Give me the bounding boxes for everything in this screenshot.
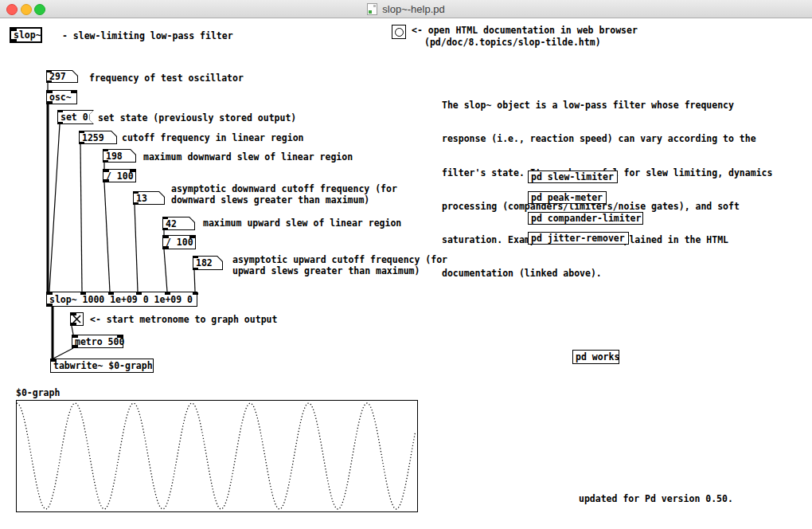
comment-tagline: - slew-limiting low-pass filter xyxy=(62,30,233,41)
subpatch-box-works[interactable]: pd works xyxy=(572,350,619,364)
inlet-nub xyxy=(193,292,198,295)
outlet-nub xyxy=(46,80,52,83)
inlet-nub xyxy=(103,149,108,151)
inlet-nub xyxy=(165,292,170,295)
description-line: The slop~ object is a low-pass filter wh… xyxy=(442,100,772,111)
inlet-nub xyxy=(51,359,57,362)
number-box-asym-upward-cutoff[interactable]: 182 xyxy=(193,256,223,270)
inlet-nub xyxy=(46,70,52,72)
comment-set-state: set state (previously stored output) xyxy=(98,112,296,123)
inlet-nub xyxy=(71,313,76,315)
inlet-nub xyxy=(103,170,109,172)
comment-asym-upward-line2: upward slews greater than maximum) xyxy=(232,265,420,276)
patch-cord xyxy=(164,249,167,292)
patch-cord xyxy=(135,205,138,292)
object-box-slop-main: slop~ xyxy=(10,27,42,43)
object-box-metro: metro 500 xyxy=(72,335,123,348)
outlet-nub xyxy=(11,39,17,41)
inlet-nub xyxy=(162,217,168,219)
comment-version-footer: updated for Pd version 0.50. xyxy=(579,493,733,504)
inlet-nub xyxy=(80,292,86,295)
subpatch-box-peak-meter[interactable]: pd peak-meter xyxy=(528,191,607,204)
description-line: processing (companders/limiters/noise ga… xyxy=(442,201,772,212)
number-box-max-downward-slew[interactable]: 198 xyxy=(103,149,136,163)
patch-cord xyxy=(72,326,73,335)
object-box-divide-100-b: / 100 xyxy=(162,235,196,249)
patch-cord xyxy=(194,270,195,292)
number-box-cutoff-freq[interactable]: 1259 xyxy=(79,131,117,144)
patch-cord xyxy=(104,182,110,292)
description-line: documentation (linked above). xyxy=(442,268,772,279)
number-box-max-upward-slew[interactable]: 42 xyxy=(162,217,195,230)
patch-cord xyxy=(53,348,73,359)
message-box-set-state[interactable]: set 0 xyxy=(57,110,94,124)
comment-cutoff-freq: cutoff frequency in linear region xyxy=(122,132,303,143)
comment-asym-downward-line2: downward slews greater than maximum) xyxy=(171,194,369,206)
inlet-nub xyxy=(130,170,135,172)
inlet-nub xyxy=(71,91,76,93)
subpatch-box-compander-limiter[interactable]: pd compander-limiter xyxy=(528,212,643,225)
object-box-divide-100-a: / 100 xyxy=(103,169,136,182)
comment-start-metronome: <- start metronome to graph output xyxy=(90,314,277,325)
inlet-nub xyxy=(11,29,17,31)
comment-oscillator-freq: frequency of test oscillator xyxy=(89,72,244,84)
inlet-nub xyxy=(193,256,198,258)
inlet-nub xyxy=(108,292,114,295)
patch-cord xyxy=(80,144,82,292)
number-box-max-downward-slew-value[interactable]: 198 xyxy=(103,150,135,162)
toggle-start-metronome[interactable] xyxy=(70,312,84,326)
outlet-nub xyxy=(79,142,84,144)
outlet-nub xyxy=(57,122,63,124)
description-line: response (i.e., reaction speed) can vary… xyxy=(442,133,772,144)
bang-circle-icon xyxy=(395,28,404,37)
outlet-nub xyxy=(103,160,108,163)
window-title: slop~-help.pd xyxy=(382,3,444,15)
outlet-nub xyxy=(103,179,109,182)
subpatch-box-jitter-remover[interactable]: pd jitter-remover xyxy=(528,232,629,245)
comment-asym-downward-line1: asymptotic downward cutoff frequency (fo… xyxy=(171,183,397,194)
inlet-nub xyxy=(57,110,63,112)
comment-max-upward-slew: maximum upward slew of linear region xyxy=(203,217,401,229)
message-box-set-state-label[interactable]: set 0 xyxy=(58,111,93,123)
number-box-asym-downward-cutoff[interactable]: 13 xyxy=(133,191,165,205)
outlet-nub xyxy=(71,323,76,325)
graph-canvas xyxy=(16,400,418,512)
comment-asym-upward-line1: asymptotic upward cutoff frequency (for xyxy=(232,254,447,265)
object-box-tabwrite: tabwrite~ $0-graph xyxy=(50,359,154,373)
subpatch-box-slew-limiter[interactable]: pd slew-limiter xyxy=(528,170,618,183)
inlet-nub xyxy=(136,292,142,295)
inlet-nub xyxy=(47,91,53,93)
outlet-nub xyxy=(72,345,78,347)
inlet-nub xyxy=(163,236,169,238)
bang-button-open-doc[interactable] xyxy=(392,25,406,39)
outlet-nub xyxy=(163,246,169,249)
outlet-nub xyxy=(133,202,139,205)
outlet-nub xyxy=(47,101,53,104)
description-text: The slop~ object is a low-pass filter wh… xyxy=(442,77,772,291)
inlet-nub xyxy=(72,335,78,338)
outlet-nub xyxy=(162,228,168,230)
document-icon xyxy=(367,3,377,15)
number-box-cutoff-freq-value[interactable]: 1259 xyxy=(80,131,116,143)
inlet-nub xyxy=(189,236,195,238)
graph-array-label: $0-graph xyxy=(16,387,60,398)
object-box-osc: osc~ xyxy=(46,90,77,104)
patch-cord xyxy=(49,124,60,292)
comment-open-doc-line1: <- open HTML documentation in web browse… xyxy=(412,25,638,36)
comment-max-downward-slew: maximum downward slew of linear region xyxy=(143,151,353,163)
outlet-nub xyxy=(47,304,53,306)
inlet-nub xyxy=(117,335,123,338)
inlet-nub xyxy=(79,131,84,133)
comment-open-doc-line2: (pd/doc/8.topics/slop-tilde.htm) xyxy=(424,37,601,48)
inlet-nub xyxy=(133,191,139,194)
object-box-slop: slop~ 1000 1e+09 0 1e+09 0 xyxy=(46,292,197,307)
outlet-nub xyxy=(193,268,198,270)
number-box-oscillator-freq[interactable]: 297 xyxy=(46,70,78,83)
inlet-nub xyxy=(47,292,53,295)
title-bar: slop~-help.pd xyxy=(0,0,812,18)
